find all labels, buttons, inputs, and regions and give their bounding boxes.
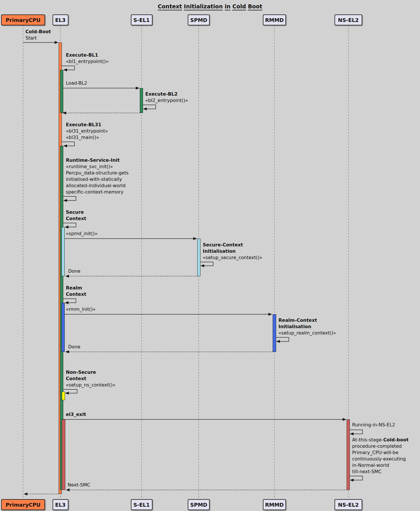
self-execute-bl1-label-line: «bl1_entrypoint()» <box>66 58 109 65</box>
self-setup-secure-context-label-text: Initialisation <box>203 248 236 254</box>
sel1-activation-green <box>140 88 143 113</box>
self-realm-context-label-text: Realm <box>66 285 82 291</box>
self-setup-realm-context-label-line: Initialisation <box>278 324 336 330</box>
return-spmd-done-label: Done <box>68 268 80 274</box>
participant-primary-cpu-top: PrimaryCPU <box>1 14 45 25</box>
self-secure-context-label-line: Secure <box>66 209 86 215</box>
spmd-activation-lightblue <box>197 239 200 276</box>
self-cold-boot-completed-label-line: At-this-stage-Cold-boot <box>352 437 408 443</box>
self-cold-boot-completed-label-text: till-next-SMC <box>352 469 382 474</box>
msg-rmm-init-label-line: «rmm_init()» <box>66 306 96 313</box>
self-setup-ns-context-label-text: Context <box>66 376 86 381</box>
msg-cold-boot-start-label-line: Start <box>25 35 51 41</box>
self-realm-context-label-line: Context <box>66 291 86 298</box>
self-cold-boot-completed-label-text: Cold-boot <box>383 437 408 443</box>
self-cold-boot-completed-label-line: continuously-executing <box>352 456 408 462</box>
participant-primary-cpu-label: PrimaryCPU <box>6 17 41 23</box>
return-spmd-done-label-line: Done <box>68 268 80 274</box>
self-setup-secure-context-label-line: Secure-Context <box>203 242 262 248</box>
participant-spmd-bottom: SPMD <box>188 499 210 510</box>
return-rmmd-done-label: Done <box>68 344 80 350</box>
msg-spmd-init-label: «spmd_init()» <box>66 231 98 237</box>
participant-spmd-label: SPMD <box>190 17 207 23</box>
self-setup-realm-context-label-line: «setup_realm_context()» <box>278 330 336 336</box>
self-runtime-service-init-label-text: Runtime-Service-Init <box>66 157 120 163</box>
self-runtime-service-init-label-line: allocated-individual-world <box>66 183 129 189</box>
self-realm-context-label-line: Realm <box>66 285 86 291</box>
participant-rmmd-bottom: RMMD <box>263 499 286 510</box>
msg-load-bl2-label-text: Load-BL2 <box>66 80 87 86</box>
self-cold-boot-completed-label-text: in-Normal-world <box>352 462 389 468</box>
self-cold-boot-completed-label-line: in-Normal-world <box>352 462 408 469</box>
self-cold-boot-completed-label-line: Primary_CPU-will-be <box>352 449 408 456</box>
self-secure-context-label: SecureContext <box>66 209 86 222</box>
participant-s-el1-label: S-EL1 <box>133 17 150 23</box>
return-next-smc-label-text: Next-SMC <box>68 482 90 488</box>
self-cold-boot-completed-label-text: procedure-completed <box>352 443 402 449</box>
msg-cold-boot-start-label: Cold-BootStart <box>25 29 51 41</box>
self-execute-bl31-label-text: «bl31_entrypoint» <box>66 128 108 134</box>
participant-ns-el2-label: NS-EL2 <box>338 17 359 23</box>
self-cold-boot-completed-label: At-this-stage-Cold-bootprocedure-complet… <box>352 437 408 475</box>
self-running-in-ns-el2-label-line: Running-in-NS-EL2 <box>352 422 395 428</box>
self-execute-bl2-label: Execute-BL2«bl2_entrypoint()» <box>145 91 188 104</box>
msg-el3-exit-label-line: el3_exit <box>66 411 86 418</box>
self-execute-bl31-label-text: «bl31_main()» <box>66 135 99 140</box>
participant-el3-label: EL3 <box>55 502 66 508</box>
self-execute-bl1-label: Execute-BL1«bl1_entrypoint()» <box>66 52 109 65</box>
self-runtime-service-init-label-line: «runtime_svc_init()» <box>66 163 129 170</box>
msg-cold-boot-start-label-line: Cold-Boot <box>25 29 51 35</box>
return-spmd-done-label-text: Done <box>68 268 80 274</box>
self-realm-context-label: RealmContext <box>66 285 86 298</box>
self-runtime-service-init-label-line: initialised-with-statically <box>66 176 129 183</box>
self-execute-bl1-label-text: «bl1_entrypoint()» <box>66 59 109 64</box>
self-setup-ns-context-label-line: «setup_ns_context()» <box>66 382 116 388</box>
self-secure-context-label-text: Context <box>66 216 86 221</box>
self-execute-bl2-label-text: Execute-BL2 <box>145 91 178 97</box>
self-running-in-ns-el2-label: Running-in-NS-EL2 <box>352 422 395 428</box>
participant-el3-top: EL3 <box>53 14 68 25</box>
self-execute-bl2-label-line: «bl2_entrypoint()» <box>145 97 188 104</box>
self-setup-ns-context-label-text: «setup_ns_context()» <box>66 382 116 388</box>
self-cold-boot-completed-label-text: Primary_CPU-will-be <box>352 450 398 455</box>
self-execute-bl31-label-line: «bl31_main()» <box>66 134 108 141</box>
self-execute-bl1-label-line: Execute-BL1 <box>66 52 109 58</box>
self-runtime-service-init-label-text: «runtime_svc_init()» <box>66 164 113 169</box>
return-next-smc-label-line: Next-SMC <box>68 482 90 488</box>
self-execute-bl1-label-text: Execute-BL1 <box>66 52 98 58</box>
participant-s-el1-top: S-EL1 <box>131 14 153 25</box>
participant-spmd-label: SPMD <box>190 502 207 508</box>
self-secure-context-label-text: Secure <box>66 209 84 215</box>
msg-load-bl2-label-line: Load-BL2 <box>66 80 87 86</box>
self-runtime-service-init-label-line: specific-context-memory <box>66 189 129 195</box>
self-execute-bl2-label-text: «bl2_entrypoint()» <box>145 98 188 103</box>
self-cold-boot-completed-label-line: procedure-completed <box>352 443 408 449</box>
self-runtime-service-init-label-text: initialised-with-statically <box>66 176 122 182</box>
self-setup-secure-context-label-line: «setup_secure_context()» <box>203 254 262 261</box>
self-setup-realm-context-label-line: Realm-Context <box>278 317 336 324</box>
self-cold-boot-completed-label-text: continuously-executing <box>352 456 406 462</box>
el3-activation-green-a <box>60 70 63 113</box>
participant-primary-cpu-label: PrimaryCPU <box>6 502 41 508</box>
self-setup-secure-context-label-text: «setup_secure_context()» <box>203 255 262 260</box>
msg-cold-boot-start-label-text: Start <box>25 35 37 41</box>
self-setup-secure-context-label-text: Secure-Context <box>203 242 243 248</box>
participant-s-el1-label: S-EL1 <box>133 502 150 508</box>
participant-rmmd-label: RMMD <box>265 17 284 23</box>
participant-rmmd-top: RMMD <box>263 14 286 25</box>
return-rmmd-done-label-text: Done <box>68 344 80 350</box>
sequence-diagram: Context Initialization in Cold Boot Cold… <box>0 0 420 511</box>
self-execute-bl31-label: Execute-BL31«bl31_entrypoint»«bl31_main(… <box>66 122 108 141</box>
self-setup-secure-context-label: Secure-ContextInitialisation«setup_secur… <box>203 242 262 261</box>
self-secure-context-label-line: Context <box>66 215 86 222</box>
self-setup-ns-context-label-line: Context <box>66 376 116 382</box>
self-runtime-service-init-label-text: specific-context-memory <box>66 189 123 195</box>
self-running-in-ns-el2-label-text: Running-in-NS-EL2 <box>352 422 395 428</box>
return-next-smc-label: Next-SMC <box>68 482 90 488</box>
self-cold-boot-completed-label-line: till-next-SMC <box>352 469 408 475</box>
self-setup-realm-context-label-text: Realm-Context <box>278 317 317 323</box>
self-execute-bl2-label-line: Execute-BL2 <box>145 91 188 97</box>
self-runtime-service-init-label: Runtime-Service-Init«runtime_svc_init()»… <box>66 157 129 195</box>
self-realm-context-label-text: Context <box>66 291 86 297</box>
self-setup-realm-context-label-text: «setup_realm_context()» <box>278 330 336 336</box>
